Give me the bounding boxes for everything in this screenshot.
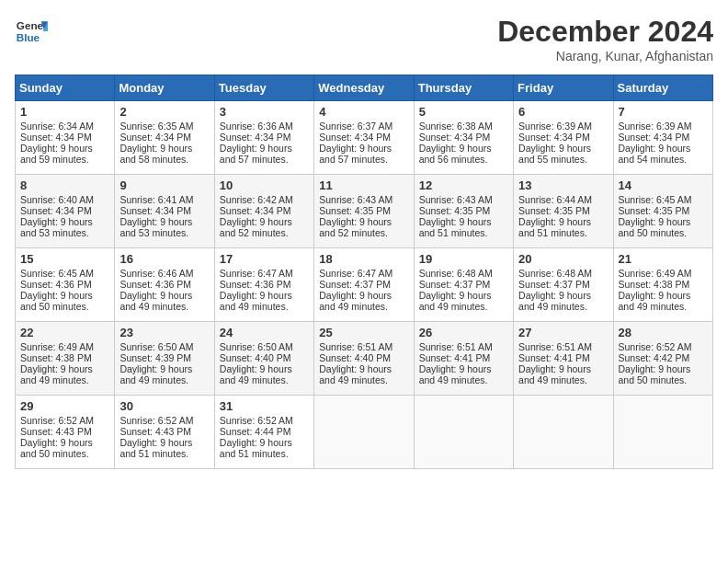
day-number: 10 — [220, 178, 309, 192]
day-number: 20 — [518, 252, 608, 266]
sunset-text: Sunset: 4:44 PM — [220, 426, 291, 437]
day-number: 27 — [518, 326, 608, 339]
sunset-text: Sunset: 4:34 PM — [319, 132, 391, 143]
sunset-text: Sunset: 4:37 PM — [419, 279, 491, 290]
day-number: 11 — [319, 178, 408, 192]
sunset-text: Sunset: 4:34 PM — [220, 205, 291, 216]
empty-cell — [613, 396, 712, 469]
daylight-text: Daylight: 9 hours and 50 minutes. — [20, 437, 93, 459]
logo: General Blue — [15, 15, 48, 48]
sunset-text: Sunset: 4:34 PM — [220, 132, 291, 143]
empty-cell — [514, 396, 613, 469]
daylight-text: Daylight: 9 hours and 53 minutes. — [119, 216, 192, 238]
sunrise-text: Sunrise: 6:45 AM — [619, 194, 692, 205]
sunrise-text: Sunrise: 6:39 AM — [619, 121, 692, 132]
sunrise-text: Sunrise: 6:43 AM — [419, 194, 493, 205]
daylight-text: Daylight: 9 hours and 50 minutes. — [619, 216, 691, 238]
sunrise-text: Sunrise: 6:52 AM — [619, 341, 692, 352]
calendar-day-cell: 11Sunrise: 6:43 AMSunset: 4:35 PMDayligh… — [314, 175, 414, 248]
sunrise-text: Sunrise: 6:43 AM — [319, 194, 392, 205]
weekday-header: Monday — [115, 75, 214, 101]
weekday-header: Tuesday — [214, 75, 313, 101]
daylight-text: Daylight: 9 hours and 49 minutes. — [119, 363, 192, 385]
sunrise-text: Sunrise: 6:49 AM — [619, 268, 692, 279]
sunrise-text: Sunrise: 6:52 AM — [119, 415, 193, 426]
month-title: December 2024 — [497, 15, 713, 49]
day-number: 9 — [119, 178, 209, 192]
calendar-day-cell: 1Sunrise: 6:34 AMSunset: 4:34 PMDaylight… — [16, 101, 115, 175]
sunset-text: Sunset: 4:41 PM — [419, 352, 491, 363]
calendar-day-cell: 26Sunrise: 6:51 AMSunset: 4:41 PMDayligh… — [414, 322, 513, 396]
sunrise-text: Sunrise: 6:44 AM — [518, 194, 592, 205]
daylight-text: Daylight: 9 hours and 51 minutes. — [119, 437, 192, 459]
day-number: 28 — [619, 326, 708, 339]
day-number: 17 — [220, 252, 309, 266]
daylight-text: Daylight: 9 hours and 56 minutes. — [419, 143, 492, 165]
sunset-text: Sunset: 4:35 PM — [619, 205, 690, 216]
calendar-day-cell: 19Sunrise: 6:48 AMSunset: 4:37 PMDayligh… — [414, 248, 513, 322]
day-number: 22 — [20, 326, 109, 339]
calendar-day-cell: 23Sunrise: 6:50 AMSunset: 4:39 PMDayligh… — [115, 322, 214, 396]
calendar-day-cell: 9Sunrise: 6:41 AMSunset: 4:34 PMDaylight… — [115, 175, 214, 248]
sunset-text: Sunset: 4:34 PM — [619, 132, 690, 143]
daylight-text: Daylight: 9 hours and 54 minutes. — [619, 143, 691, 165]
daylight-text: Daylight: 9 hours and 49 minutes. — [518, 290, 591, 312]
daylight-text: Daylight: 9 hours and 49 minutes. — [20, 363, 93, 385]
calendar-header-row: SundayMondayTuesdayWednesdayThursdayFrid… — [16, 75, 713, 101]
sunset-text: Sunset: 4:40 PM — [319, 352, 391, 363]
sunrise-text: Sunrise: 6:38 AM — [419, 121, 493, 132]
daylight-text: Daylight: 9 hours and 49 minutes. — [220, 290, 292, 312]
daylight-text: Daylight: 9 hours and 57 minutes. — [319, 143, 392, 165]
sunrise-text: Sunrise: 6:41 AM — [119, 194, 193, 205]
calendar-day-cell: 30Sunrise: 6:52 AMSunset: 4:43 PMDayligh… — [115, 396, 214, 469]
day-number: 16 — [119, 252, 209, 266]
calendar-week-row: 29Sunrise: 6:52 AMSunset: 4:43 PMDayligh… — [16, 396, 713, 469]
weekday-header: Sunday — [16, 75, 115, 101]
sunrise-text: Sunrise: 6:51 AM — [518, 341, 592, 352]
daylight-text: Daylight: 9 hours and 49 minutes. — [419, 290, 492, 312]
weekday-header: Thursday — [414, 75, 513, 101]
daylight-text: Daylight: 9 hours and 55 minutes. — [518, 143, 591, 165]
sunset-text: Sunset: 4:34 PM — [119, 205, 191, 216]
calendar-week-row: 8Sunrise: 6:40 AMSunset: 4:34 PMDaylight… — [16, 175, 713, 248]
calendar-day-cell: 15Sunrise: 6:45 AMSunset: 4:36 PMDayligh… — [16, 248, 115, 322]
sunset-text: Sunset: 4:34 PM — [518, 132, 590, 143]
day-number: 12 — [419, 178, 508, 192]
sunrise-text: Sunrise: 6:49 AM — [20, 341, 94, 352]
sunrise-text: Sunrise: 6:48 AM — [518, 268, 592, 279]
calendar-table: SundayMondayTuesdayWednesdayThursdayFrid… — [15, 75, 713, 469]
svg-text:Blue: Blue — [17, 31, 40, 43]
day-number: 14 — [619, 178, 708, 192]
day-number: 13 — [518, 178, 608, 192]
sunset-text: Sunset: 4:38 PM — [20, 352, 92, 363]
title-block: December 2024 Narang, Kunar, Afghanistan — [497, 15, 713, 63]
calendar-day-cell: 27Sunrise: 6:51 AMSunset: 4:41 PMDayligh… — [514, 322, 613, 396]
calendar-week-row: 22Sunrise: 6:49 AMSunset: 4:38 PMDayligh… — [16, 322, 713, 396]
daylight-text: Daylight: 9 hours and 49 minutes. — [619, 290, 691, 312]
sunrise-text: Sunrise: 6:50 AM — [220, 341, 293, 352]
daylight-text: Daylight: 9 hours and 49 minutes. — [419, 363, 492, 385]
sunset-text: Sunset: 4:41 PM — [518, 352, 590, 363]
sunrise-text: Sunrise: 6:51 AM — [319, 341, 392, 352]
day-number: 29 — [20, 399, 109, 413]
daylight-text: Daylight: 9 hours and 52 minutes. — [319, 216, 392, 238]
day-number: 4 — [319, 105, 408, 119]
sunset-text: Sunset: 4:38 PM — [619, 279, 690, 290]
empty-cell — [414, 396, 513, 469]
sunrise-text: Sunrise: 6:52 AM — [220, 415, 293, 426]
sunrise-text: Sunrise: 6:50 AM — [119, 341, 193, 352]
calendar-day-cell: 21Sunrise: 6:49 AMSunset: 4:38 PMDayligh… — [613, 248, 712, 322]
sunset-text: Sunset: 4:40 PM — [220, 352, 291, 363]
day-number: 1 — [20, 105, 109, 119]
daylight-text: Daylight: 9 hours and 57 minutes. — [220, 143, 292, 165]
calendar-day-cell: 18Sunrise: 6:47 AMSunset: 4:37 PMDayligh… — [314, 248, 414, 322]
day-number: 26 — [419, 326, 508, 339]
sunset-text: Sunset: 4:36 PM — [119, 279, 191, 290]
day-number: 18 — [319, 252, 408, 266]
weekday-header: Saturday — [613, 75, 712, 101]
calendar-day-cell: 2Sunrise: 6:35 AMSunset: 4:34 PMDaylight… — [115, 101, 214, 175]
daylight-text: Daylight: 9 hours and 50 minutes. — [20, 290, 93, 312]
calendar-day-cell: 22Sunrise: 6:49 AMSunset: 4:38 PMDayligh… — [16, 322, 115, 396]
sunrise-text: Sunrise: 6:45 AM — [20, 268, 94, 279]
day-number: 23 — [119, 326, 209, 339]
